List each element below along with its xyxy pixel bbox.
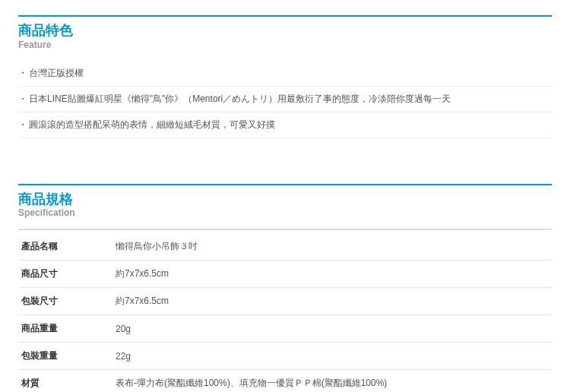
spec-top-rule <box>18 184 552 185</box>
spec-value: 表布-彈力布(聚酯纖維100%)、填充物一優質ＰＰ棉(聚酯纖維100%) <box>112 370 552 392</box>
spec-value: 約7x7x6.5cm <box>112 261 552 288</box>
table-row: 商品重量 20g <box>18 315 552 343</box>
table-row: 包裝尺寸 約7x7x6.5cm <box>18 288 552 315</box>
spec-value: 22g <box>112 343 552 370</box>
spec-value: 20g <box>112 315 552 343</box>
spec-label: 材質 <box>18 370 112 392</box>
table-row: 包裝重量 22g <box>18 343 552 370</box>
feature-item: 圓滾滾的造型搭配呆萌的表情，細緻短絨毛材質，可愛又好摸 <box>18 112 552 138</box>
spec-label: 產品名稱 <box>18 233 112 261</box>
spec-label: 包裝重量 <box>18 343 112 370</box>
feature-list: 台灣正版授權 日本LINE貼圖爆紅明星《懶得"鳥"你》（Mentori／めんトリ… <box>18 61 552 138</box>
table-row: 材質 表布-彈力布(聚酯纖維100%)、填充物一優質ＰＰ棉(聚酯纖維100%) <box>18 370 552 392</box>
feature-title: 商品特色 <box>18 20 552 40</box>
spec-value: 約7x7x6.5cm <box>112 288 552 315</box>
spec-table: 產品名稱 懶得鳥你小吊飾３吋 商品尺寸 約7x7x6.5cm 包裝尺寸 約7x7… <box>18 233 552 392</box>
spec-value: 懶得鳥你小吊飾３吋 <box>112 233 552 261</box>
table-row: 商品尺寸 約7x7x6.5cm <box>18 261 552 288</box>
spec-subtitle: Specification <box>18 207 552 218</box>
feature-top-rule <box>18 15 552 17</box>
feature-item: 台灣正版授權 <box>18 61 552 87</box>
spec-label: 包裝尺寸 <box>18 288 112 315</box>
spec-title: 商品規格 <box>18 188 552 208</box>
feature-subtitle: Feature <box>18 40 552 50</box>
spec-label: 商品尺寸 <box>18 261 112 288</box>
spec-divider <box>18 229 552 230</box>
table-row: 產品名稱 懶得鳥你小吊飾３吋 <box>18 233 552 261</box>
feature-item: 日本LINE貼圖爆紅明星《懶得"鳥"你》（Mentori／めんトリ）用最敷衍了事… <box>18 87 552 112</box>
spec-label: 商品重量 <box>18 315 112 343</box>
